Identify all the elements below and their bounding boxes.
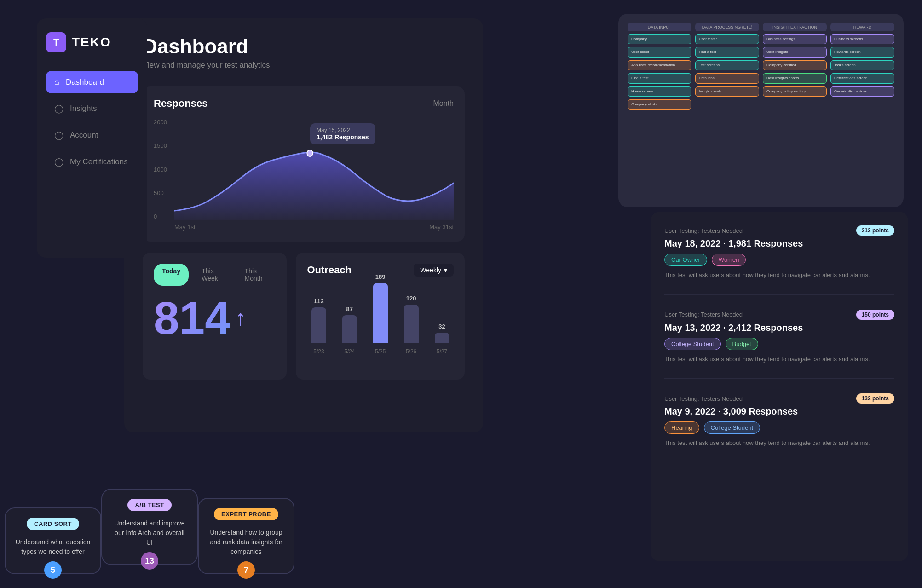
chart-period: Month (433, 99, 454, 108)
tag: Women (712, 254, 746, 266)
card-sort-card: CARD SORT Understand what question types… (5, 507, 101, 574)
testing-date: May 9, 2022 · 3,009 Responses (664, 406, 894, 417)
testing-header-row: User Testing: Testers Needed 213 points (664, 225, 894, 236)
tab-this-month[interactable]: This Month (236, 264, 276, 286)
testing-item: User Testing: Testers Needed 150 points … (664, 310, 894, 379)
main-wrapper: T TEKO ⌂ Dashboard ◯ Insights ◯ Account … (0, 0, 922, 588)
col-header-1: DATA INPUT (628, 23, 692, 31)
bar-label: 5/24 (344, 348, 355, 355)
sidebar-item-label: Account (70, 131, 98, 140)
outreach-section: Outreach Weekly ▾ 112 5/23 87 5/24 189 5… (296, 253, 465, 380)
sidebar-item-label: My Certifications (70, 157, 128, 167)
testing-tags: HearingCollege Student (664, 421, 894, 434)
tag: College Student (704, 421, 761, 434)
sidebar-item-dashboard[interactable]: ⌂ Dashboard (46, 71, 138, 93)
ab-test-description: Understand and improve our Info Arch and… (111, 519, 188, 548)
responses-section: Responses Month 2000 1500 1000 500 0 (143, 86, 465, 242)
sidebar-item-label: Insights (70, 104, 97, 113)
expert-probe-card: EXPERT PROBE Understand how to group and… (198, 498, 294, 574)
account-icon: ◯ (54, 130, 63, 140)
board-card: Business settings (763, 34, 827, 44)
bar-value: 87 (346, 306, 353, 312)
expert-probe-description: Understand how to group and rank data in… (208, 528, 284, 557)
sidebar-item-insights[interactable]: ◯ Insights (46, 97, 138, 120)
board-col-4: REWARD Business screens Rewards screen T… (830, 23, 894, 198)
tab-today[interactable]: Today (154, 264, 189, 286)
tooltip-date: May 15, 2022 (317, 127, 369, 133)
ab-test-badge: A/B TEST (127, 499, 171, 511)
period-dropdown[interactable]: Weekly ▾ (414, 264, 454, 277)
testing-description: This test will ask users about how they … (664, 355, 894, 364)
bar-label: 5/25 (375, 348, 386, 355)
board-columns: DATA INPUT Company User tester App uses … (628, 23, 894, 198)
bar (373, 283, 388, 343)
chart-tooltip: May 15, 2022 1,482 Responses (310, 123, 375, 144)
card-sort-badge: CARD SORT (27, 518, 79, 530)
stats-left: Today This Week This Month 814 ↑ (143, 253, 287, 380)
board-card: Find a test (628, 73, 692, 83)
tab-this-week[interactable]: This Week (193, 264, 231, 286)
testing-date: May 13, 2022 · 2,412 Responses (664, 323, 894, 333)
right-panel: User Testing: Testers Needed 213 points … (651, 212, 908, 561)
logo-area: T TEKO (46, 32, 138, 52)
expert-probe-badge: EXPERT PROBE (214, 508, 278, 520)
board-card: Company policy settings (763, 86, 827, 97)
bar-chart: 112 5/23 87 5/24 189 5/25 120 5/26 32 5/… (307, 286, 454, 369)
y-axis-labels: 2000 1500 1000 500 0 (154, 119, 172, 220)
bar-group: 32 5/27 (430, 323, 454, 355)
bar (404, 305, 419, 343)
chart-header: Responses Month (154, 98, 454, 110)
tag: Hearing (664, 421, 699, 434)
sidebar-item-account[interactable]: ◯ Account (46, 124, 138, 147)
testing-label: User Testing: Testers Needed (664, 227, 743, 234)
points-badge: 213 points (856, 225, 894, 236)
card-sort-board: DATA INPUT Company User tester App uses … (618, 14, 904, 207)
sidebar-item-certifications[interactable]: ◯ My Certifications (46, 150, 138, 173)
board-card: Tasks screen (830, 60, 894, 70)
big-number: 814 ↑ (154, 295, 276, 341)
period-label: Weekly (420, 266, 441, 274)
board-card: Insight sheets (695, 86, 759, 97)
insights-icon: ◯ (54, 104, 63, 114)
board-col-1: DATA INPUT Company User tester App uses … (628, 23, 692, 198)
bar-group: 87 5/24 (338, 306, 361, 355)
page-title: Dashboard (143, 35, 465, 58)
bar-value: 32 (438, 323, 445, 330)
bar-value: 189 (375, 273, 386, 280)
board-col-3: INSIGHT EXTRACTION Business settings Use… (763, 23, 827, 198)
board-card: Generic discussions (830, 86, 894, 97)
board-card: User tester (628, 47, 692, 57)
bar-label: 5/23 (313, 348, 324, 355)
bar (342, 315, 357, 343)
chart-area: 2000 1500 1000 500 0 (154, 119, 454, 220)
testing-header-row: User Testing: Testers Needed 150 points (664, 310, 894, 320)
bar (311, 307, 326, 343)
board-card: Home screen (628, 86, 692, 97)
col-header-3: INSIGHT EXTRACTION (763, 23, 827, 31)
board-card: User Insights (763, 47, 827, 57)
tag: Car Owner (664, 254, 707, 266)
testing-date: May 18, 2022 · 1,981 Responses (664, 238, 894, 249)
dashboard-panel: Dashboard View and manage your test anal… (124, 18, 483, 432)
expert-probe-count: 7 (237, 561, 255, 579)
chevron-down-icon: ▾ (444, 266, 447, 274)
ab-test-card: A/B TEST Understand and improve our Info… (101, 489, 198, 565)
stats-tabs: Today This Week This Month (154, 264, 276, 286)
trend-arrow: ↑ (235, 307, 246, 329)
bar-value: 112 (314, 298, 324, 305)
sidebar-item-label: Dashboard (66, 78, 104, 87)
app-name: TEKO (72, 35, 111, 50)
board-card: Company (628, 34, 692, 44)
x-axis-labels: May 1st May 31st (154, 224, 454, 231)
board-card: Data insights charts (763, 73, 827, 83)
testing-label: User Testing: Testers Needed (664, 311, 743, 318)
board-card: Find a test (695, 47, 759, 57)
tooltip-value: 1,482 Responses (317, 133, 369, 141)
board-card: Business screens (830, 34, 894, 44)
bar (435, 333, 449, 343)
board-card: Company alerts (628, 99, 692, 110)
board-card: App uses recommendation (628, 60, 692, 70)
bar-group: 112 5/23 (307, 298, 330, 355)
sidebar: T TEKO ⌂ Dashboard ◯ Insights ◯ Account … (37, 18, 147, 258)
chart-title: Responses (154, 98, 207, 110)
